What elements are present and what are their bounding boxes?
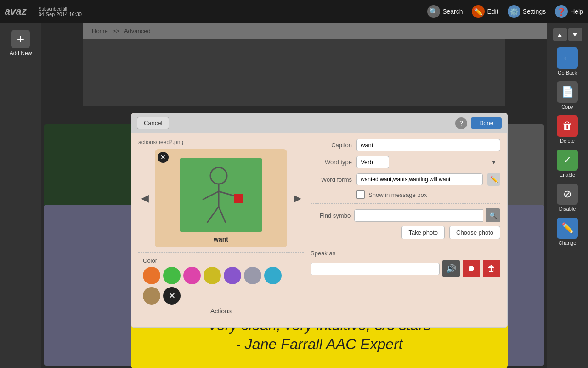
go-back-icon: ←: [557, 47, 578, 69]
caption-row: Caption: [311, 139, 500, 151]
app-logo: avaz: [5, 6, 27, 17]
nav-up-button[interactable]: ▲: [553, 28, 567, 41]
content-area: Home >> Advanced 🧍 I is: [41, 23, 547, 368]
copy-icon: 📄: [557, 81, 578, 103]
enable-icon: ✓: [557, 150, 578, 171]
change-label: Change: [559, 240, 577, 246]
audio-play-button[interactable]: 🔊: [442, 260, 460, 277]
color-gray[interactable]: [244, 267, 261, 284]
caption-input[interactable]: [356, 139, 500, 151]
show-in-message-box-label: Show in message box: [368, 191, 427, 198]
nav-down-button[interactable]: ▼: [568, 28, 582, 41]
word-forms-row: Word forms ✏️: [311, 173, 500, 186]
done-button[interactable]: Done: [471, 117, 502, 129]
svg-line-3: [219, 191, 235, 196]
svg-line-4: [207, 207, 219, 223]
main-area: + Add New Home >> Advanced 🧍 I is: [0, 23, 588, 368]
add-new-label: Add New: [10, 50, 32, 57]
delete-label: Delete: [560, 138, 575, 144]
cancel-button[interactable]: Cancel: [137, 117, 169, 129]
search-icon: 🔍: [427, 5, 440, 18]
find-symbol-label: Find symbol: [311, 212, 352, 219]
chevron-down-icon: ▼: [491, 159, 497, 166]
audio-record-button[interactable]: ⏺: [463, 260, 480, 277]
color-clear[interactable]: ✕: [163, 287, 181, 305]
go-back-button[interactable]: ← Go Back: [557, 47, 578, 75]
color-purple[interactable]: [224, 267, 241, 284]
nav-arrows: ▲ ▼: [553, 28, 582, 41]
svg-rect-6: [234, 194, 243, 203]
search-button[interactable]: 🔍 Search: [427, 5, 463, 18]
choose-photo-button[interactable]: Choose photo: [449, 226, 500, 239]
color-pink[interactable]: [183, 267, 201, 284]
color-brown[interactable]: [143, 287, 160, 305]
symbol-carousel: ◀ ✕: [138, 149, 304, 247]
speak-as-row: 🔊 ⏺ 🗑: [311, 260, 500, 277]
edit-icon: ✏️: [472, 5, 485, 18]
settings-button[interactable]: ⚙️ Settings: [508, 5, 546, 18]
word-forms-label: Word forms: [311, 176, 352, 183]
change-button[interactable]: ✏️ Change: [557, 218, 578, 246]
dialog-left-panel: actions/need2.png ◀ ✕: [138, 139, 304, 315]
color-swatches: ✕: [143, 267, 299, 305]
word-forms-input[interactable]: [356, 173, 483, 185]
settings-icon: ⚙️: [508, 5, 520, 18]
help-button[interactable]: ❓ Help: [555, 5, 583, 18]
filepath-label: actions/need2.png: [138, 139, 304, 145]
stick-figure-svg: [193, 163, 249, 227]
word-type-select[interactable]: Verb Noun Adjective Adverb: [356, 156, 389, 168]
edit-dialog: Cancel ? Done actions/need2.png ◀ ✕: [131, 113, 508, 328]
show-in-message-box-checkbox[interactable]: [356, 190, 365, 199]
add-new-button[interactable]: + Add New: [10, 30, 32, 57]
right-sidebar: ▲ ▼ ← Go Back 📄 Copy 🗑 Delete ✓ Enable ⊘…: [547, 23, 588, 368]
delete-button[interactable]: 🗑 Delete: [557, 115, 578, 144]
copy-button[interactable]: 📄 Copy: [557, 81, 578, 109]
go-back-label: Go Back: [558, 70, 577, 75]
dialog-body: actions/need2.png ◀ ✕: [131, 133, 507, 320]
disable-button[interactable]: ⊘ Disable: [557, 184, 578, 212]
svg-line-2: [203, 191, 219, 200]
change-icon: ✏️: [557, 218, 578, 239]
word-type-label: Word type: [311, 159, 352, 166]
carousel-next-button[interactable]: ▶: [291, 192, 304, 205]
copy-label: Copy: [561, 104, 573, 109]
photo-buttons: Take photo Choose photo: [311, 226, 500, 239]
svg-line-5: [219, 207, 226, 223]
symbol-image: [180, 158, 262, 232]
disable-label: Disable: [559, 206, 576, 212]
color-cyan[interactable]: [264, 267, 282, 284]
color-green[interactable]: [163, 267, 181, 284]
symbol-frame: ✕: [155, 149, 287, 247]
speak-as-label: Speak as: [311, 249, 500, 257]
color-yellow[interactable]: [204, 267, 221, 284]
find-symbol-button[interactable]: 🔍: [486, 208, 500, 222]
speak-as-input[interactable]: [311, 263, 440, 275]
symbol-close-button[interactable]: ✕: [158, 152, 169, 163]
dialog-header: Cancel ? Done: [131, 113, 507, 133]
word-type-wrapper: Verb Noun Adjective Adverb ▼: [356, 156, 500, 168]
help-icon: ❓: [555, 5, 568, 18]
plus-icon: +: [11, 30, 30, 48]
topbar: avaz Subscribed till 04-Sep-2014 16:30 🔍…: [0, 0, 588, 23]
enable-label: Enable: [560, 172, 575, 178]
dialog-help-button[interactable]: ?: [455, 117, 467, 129]
word-forms-edit-button[interactable]: ✏️: [487, 173, 500, 186]
color-orange[interactable]: [143, 267, 160, 284]
find-symbol-input[interactable]: [354, 209, 483, 222]
audio-delete-button[interactable]: 🗑: [483, 260, 500, 277]
subscription-info: Subscribed till 04-Sep-2014 16:30: [34, 6, 82, 17]
color-section: Color ✕ Actions: [138, 257, 304, 315]
symbol-caption: want: [214, 236, 228, 243]
caption-label: Caption: [311, 142, 352, 149]
color-label: Color: [143, 257, 299, 264]
delete-icon: 🗑: [557, 115, 578, 137]
carousel-prev-button[interactable]: ◀: [138, 192, 151, 205]
take-photo-button[interactable]: Take photo: [401, 226, 445, 239]
word-type-row: Word type Verb Noun Adjective Adverb ▼: [311, 156, 500, 168]
disable-icon: ⊘: [557, 184, 578, 205]
edit-button[interactable]: ✏️ Edit: [472, 5, 498, 18]
svg-point-0: [210, 167, 227, 184]
actions-label: Actions: [143, 307, 299, 315]
left-sidebar: + Add New: [0, 23, 41, 368]
enable-button[interactable]: ✓ Enable: [557, 150, 578, 178]
